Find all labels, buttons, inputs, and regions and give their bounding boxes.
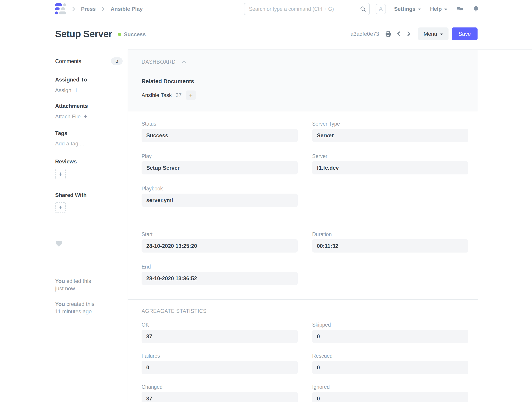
field-label: Rescued — [312, 353, 468, 359]
plus-icon: + — [189, 92, 193, 99]
logo-shape — [61, 7, 65, 10]
chevron-right-icon — [71, 6, 76, 12]
add-tag-input[interactable]: Add a tag ... — [55, 140, 123, 147]
field-value: server.yml — [142, 194, 298, 207]
related-documents-heading: Related Documents — [142, 78, 468, 85]
edited-when: just now — [55, 285, 75, 292]
document-sidebar: Comments 0 Assigned To Assign + Attachme… — [0, 50, 128, 402]
aggregate-statistics-section: AGREAGATE STATISTICS OK 37 Skipped 0 Fai… — [128, 300, 478, 402]
breadcrumb-ansible-play[interactable]: Ansible Play — [110, 6, 143, 12]
menu-button[interactable]: Menu — [418, 27, 449, 40]
related-doc-link[interactable]: Ansible Task — [142, 92, 172, 98]
field-label: Status — [142, 121, 298, 127]
field-playbook: Playbook server.yml — [142, 186, 298, 207]
help-label: Help — [430, 6, 442, 12]
attachments-heading: Attachments — [55, 103, 123, 109]
field-value: 00:11:32 — [312, 239, 468, 253]
field-ok: OK 37 — [142, 322, 298, 343]
assign-label: Assign — [55, 87, 71, 93]
field-value: f1.fc.dev — [312, 161, 468, 174]
status-text: Success — [124, 31, 146, 38]
field-server: Server f1.fc.dev — [312, 153, 468, 174]
field-ignored: Ignored 0 — [312, 384, 468, 402]
tags-heading: Tags — [55, 130, 123, 136]
field-server-type: Server Type Server — [312, 121, 468, 142]
logo-shape — [55, 12, 58, 14]
logo-shape — [63, 3, 66, 6]
navbar: Press Ansible Play A Settings Help — [0, 0, 532, 18]
field-value: 0 — [312, 392, 468, 402]
field-label: Server — [312, 153, 468, 159]
avatar[interactable]: A — [376, 4, 386, 14]
status-indicator: Success — [118, 31, 146, 38]
field-label: Start — [142, 231, 298, 237]
field-play: Play Setup Server — [142, 153, 298, 174]
timing-section: Start 28-10-2020 13:25:20 Duration 00:11… — [128, 223, 478, 300]
assigned-to-heading: Assigned To — [55, 77, 123, 83]
field-label: Ignored — [312, 384, 468, 390]
prev-document-icon[interactable] — [396, 31, 402, 37]
status-dot-icon — [118, 33, 121, 36]
settings-label: Settings — [394, 6, 415, 12]
field-value: 37 — [142, 392, 298, 402]
edited-action: edited this — [66, 278, 91, 284]
help-menu[interactable]: Help — [430, 6, 447, 12]
field-value: Success — [142, 129, 298, 142]
field-end: End 28-10-2020 13:36:52 — [142, 264, 298, 285]
plus-icon: + — [83, 113, 87, 120]
comments-label: Comments — [55, 58, 81, 64]
created-history: You created this 11 minutes ago — [55, 300, 123, 315]
attach-file-label: Attach File — [55, 114, 81, 120]
notifications-bell-icon[interactable] — [473, 5, 480, 13]
like-heart-icon[interactable] — [55, 244, 63, 248]
search-input[interactable] — [244, 3, 370, 15]
created-action: created this — [66, 301, 94, 307]
field-failures: Failures 0 — [142, 353, 298, 374]
field-label: Changed — [142, 384, 298, 390]
collapse-chevron-up-icon[interactable] — [181, 59, 187, 65]
add-share-button[interactable]: + — [55, 202, 66, 213]
field-label: OK — [142, 322, 298, 328]
field-label: Server Type — [312, 121, 468, 127]
created-when: 11 minutes ago — [55, 308, 92, 314]
edited-history: You edited this just now — [55, 277, 123, 292]
print-icon[interactable] — [385, 31, 392, 37]
field-label: Play — [142, 153, 298, 159]
next-document-icon[interactable] — [405, 31, 412, 37]
created-who: You — [55, 301, 65, 307]
field-rescued: Rescued 0 — [312, 353, 468, 374]
global-search[interactable] — [244, 3, 370, 15]
chevron-down-icon — [440, 33, 443, 35]
add-review-button[interactable]: + — [55, 169, 66, 179]
chevron-right-icon — [100, 6, 106, 12]
field-value: 28-10-2020 13:36:52 — [142, 272, 298, 285]
chat-icon[interactable] — [456, 5, 464, 13]
shared-with-heading: Shared With — [55, 192, 123, 198]
comments-link[interactable]: Comments 0 — [55, 57, 123, 65]
search-icon — [360, 6, 366, 12]
title-bar: Setup Server Success a3adfe0e73 Menu Sav… — [0, 18, 532, 50]
app-logo[interactable] — [55, 3, 66, 14]
breadcrumb-press[interactable]: Press — [81, 6, 96, 12]
edited-who: You — [55, 278, 65, 284]
field-skipped: Skipped 0 — [312, 322, 468, 343]
dashboard-heading: DASHBOARD — [142, 59, 176, 65]
field-label: Failures — [142, 353, 298, 359]
related-doc-count: 37 — [176, 92, 182, 98]
reviews-heading: Reviews — [55, 159, 123, 165]
assign-button[interactable]: Assign + — [55, 87, 123, 93]
settings-menu[interactable]: Settings — [394, 6, 421, 12]
add-related-doc-button[interactable]: + — [186, 90, 196, 100]
field-value: Setup Server — [142, 161, 298, 174]
save-button[interactable]: Save — [452, 27, 478, 40]
attach-file-button[interactable]: Attach File + — [55, 113, 123, 120]
chevron-down-icon — [444, 9, 447, 10]
document-id: a3adfe0e73 — [350, 31, 379, 37]
logo-shape — [55, 3, 62, 6]
save-button-label: Save — [458, 31, 471, 37]
field-label: End — [142, 264, 298, 270]
field-label: Duration — [312, 231, 468, 237]
related-document-row: Ansible Task 37 + — [142, 90, 468, 100]
field-duration: Duration 00:11:32 — [312, 231, 468, 253]
comments-count-badge: 0 — [111, 57, 123, 65]
